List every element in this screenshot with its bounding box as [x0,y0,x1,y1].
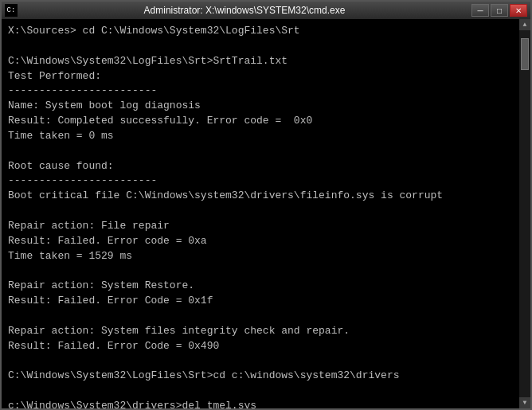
scroll-down-arrow[interactable]: ▼ [519,397,530,408]
cmd-window: C: Administrator: X:\windows\SYSTEM32\cm… [0,0,532,410]
scroll-track[interactable] [520,30,530,397]
window-icon: C: [5,4,18,17]
close-button[interactable]: ✕ [510,4,527,17]
minimize-button[interactable]: ─ [471,4,489,17]
maximize-button[interactable]: □ [491,4,508,17]
terminal-body[interactable]: X:\Sources> cd C:\Windows\System32\LogFi… [2,19,530,408]
scrollbar[interactable]: ▲ ▼ [519,19,530,408]
title-bar-buttons: ─ □ ✕ [471,4,527,17]
terminal-output: X:\Sources> cd C:\Windows\System32\LogFi… [8,24,524,408]
window-title: Administrator: X:\windows\SYSTEM32\cmd.e… [18,5,471,16]
title-bar: C: Administrator: X:\windows\SYSTEM32\cm… [2,2,530,19]
scroll-up-arrow[interactable]: ▲ [519,19,530,30]
scroll-thumb[interactable] [521,38,529,70]
